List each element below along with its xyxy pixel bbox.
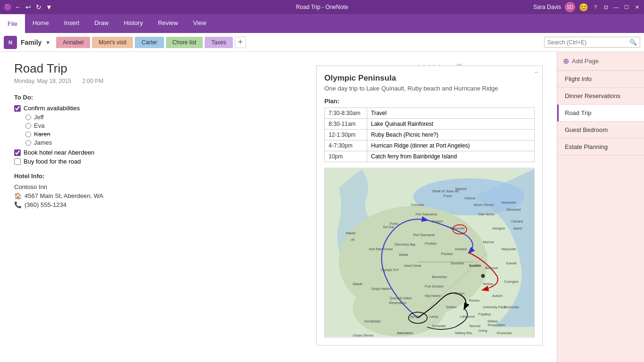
todo-food-label: Buy food for the road	[24, 158, 81, 165]
minimize-button[interactable]: —	[613, 4, 619, 10]
person-karen: Karen	[25, 131, 312, 138]
svg-text:Shoreline: Shoreline	[450, 262, 464, 265]
add-page-label: Add Page	[572, 58, 599, 65]
svg-text:Reservation: Reservation	[487, 323, 505, 327]
search-box: 🔍	[544, 37, 640, 48]
more-icon[interactable]: ▼	[45, 3, 53, 11]
window-title: Road Trip - OneNote	[296, 4, 348, 10]
content-area: ✏ Road Trip Monday, May 18, 2015 2:00 PM…	[0, 52, 557, 362]
svg-text:Stanwood: Stanwood	[506, 208, 521, 211]
svg-text:Sequim: Sequim	[432, 220, 443, 223]
page-time-text: 2:00 PM	[83, 78, 104, 84]
notebook-bar: N Family ▼ Annabel Mom's visit Carter Ch…	[0, 33, 644, 52]
undo-icon[interactable]: ↩	[25, 3, 32, 11]
resize-handle[interactable]: ↔	[534, 69, 539, 75]
svg-text:Bellevue: Bellevue	[485, 266, 498, 270]
svg-text:University Place: University Place	[483, 305, 506, 309]
svg-text:Quinault Indian: Quinault Indian	[390, 296, 412, 300]
tab-review[interactable]: Review	[150, 14, 186, 33]
activity-cell: Travel	[367, 108, 535, 119]
activity-cell: Lake Quinault Rainforest	[367, 119, 535, 130]
svg-text:Fuca: Fuca	[444, 194, 452, 198]
add-page-icon: ⊕	[563, 57, 569, 66]
svg-text:Seattle: Seattle	[469, 263, 481, 268]
search-icon[interactable]: 🔍	[629, 39, 637, 46]
help-button[interactable]: ?	[592, 4, 599, 10]
tab-insert[interactable]: Insert	[57, 14, 87, 33]
tab-momsvisit[interactable]: Mom's visit	[92, 37, 133, 48]
emoji-icon: 😊	[579, 3, 588, 12]
svg-text:Makah: Makah	[346, 231, 355, 235]
tab-home[interactable]: Home	[25, 14, 57, 33]
hotel-address-row: 🏠 4567 Main St, Aberdeen, WA	[14, 192, 312, 199]
svg-text:Covington: Covington	[504, 280, 519, 284]
redo-icon[interactable]: ↻	[35, 3, 42, 11]
user-name: Sara Davis	[533, 4, 561, 10]
onenote-icon: 🟣	[4, 3, 11, 11]
tab-history[interactable]: History	[116, 14, 150, 33]
todo-book: Book hotel near Aberdeen	[14, 149, 312, 156]
tab-annabel[interactable]: Annabel	[56, 37, 90, 48]
svg-text:Camano: Camano	[511, 220, 523, 223]
svg-text:Everett: Everett	[506, 262, 517, 265]
todo-food-checkbox[interactable]	[14, 158, 21, 165]
page-sidebar: ⊕ Add Page Flight Info Dinner Reservatio…	[557, 52, 644, 362]
svg-text:Tumwater: Tumwater	[432, 324, 446, 328]
todo-book-label: Book hotel near Aberdeen	[24, 149, 94, 156]
todo-confirm-checkbox[interactable]	[14, 105, 21, 112]
time-cell: 12-1:30pm	[325, 130, 367, 140]
tab-draw[interactable]: Draw	[87, 14, 116, 33]
radio-eva[interactable]	[25, 123, 31, 129]
svg-text:Grays Harbor: Grays Harbor	[372, 287, 391, 291]
svg-text:Military Res: Military Res	[455, 331, 472, 335]
svg-text:Oak Harbor: Oak Harbor	[479, 213, 495, 216]
tab-carter[interactable]: Carter	[135, 37, 164, 48]
svg-text:Arlington: Arlington	[492, 227, 505, 230]
radio-karen[interactable]	[25, 132, 31, 137]
time-cell: 7:30-8:30am	[325, 108, 367, 119]
svg-text:Monroe: Monroe	[483, 240, 494, 244]
sidebar-item-guest[interactable]: Guest Bedroom	[557, 122, 644, 139]
svg-text:I.R.: I.R.	[350, 238, 355, 241]
person-eva-label: Eva	[34, 122, 44, 129]
add-page-button[interactable]: ⊕ Add Page	[557, 52, 644, 71]
svg-text:Makah: Makah	[353, 282, 363, 286]
activity-cell: Ruby Beach (Picnic here?)	[367, 130, 535, 140]
svg-text:Burien: Burien	[455, 292, 464, 295]
back-icon[interactable]: ←	[14, 3, 22, 11]
search-input[interactable]	[547, 39, 627, 46]
notebook-dropdown-arrow[interactable]: ▼	[45, 40, 50, 45]
radio-james[interactable]	[25, 140, 31, 146]
frame-handle: · · · · ·	[418, 61, 441, 68]
add-tab-button[interactable]: +	[235, 37, 246, 48]
time-cell: 8:30-11am	[325, 119, 367, 130]
todo-book-checkbox[interactable]	[14, 149, 21, 156]
svg-text:Shelton: Shelton	[446, 305, 457, 309]
title-bar: 🟣 ← ↩ ↻ ▼ Road Trip - OneNote Sara Davis…	[0, 0, 644, 14]
close-button[interactable]: ✕	[634, 4, 640, 10]
svg-text:Humptulips: Humptulips	[364, 320, 381, 323]
svg-text:Aberdeen: Aberdeen	[397, 331, 413, 335]
maximize-button[interactable]: ☐	[623, 4, 630, 10]
svg-point-3	[353, 280, 446, 336]
sidebar-item-roadtrip[interactable]: Road Trip	[557, 105, 644, 122]
sidebar-item-estate[interactable]: Estate Planning	[557, 139, 644, 156]
settings-button[interactable]: ⊡	[603, 4, 609, 10]
map-svg: Strait of Juan de Fuca Oak Harbor Arling…	[325, 168, 534, 337]
svg-text:Port Townsend: Port Townsend	[415, 213, 437, 216]
sidebar-item-dinner[interactable]: Dinner Reservations	[557, 88, 644, 105]
sidebar-item-flight[interactable]: Flight Info	[557, 71, 644, 88]
tab-view[interactable]: View	[186, 14, 214, 33]
svg-text:Lakewood: Lakewood	[460, 315, 475, 318]
svg-text:Renton: Renton	[469, 299, 479, 302]
activity-cell: Hurrican Ridge (dinner at Port Angeles)	[367, 140, 535, 151]
svg-text:Anacortes: Anacortes	[502, 201, 517, 204]
radio-jeff[interactable]	[25, 115, 31, 120]
tab-taxes[interactable]: Taxes	[205, 37, 232, 48]
tab-file[interactable]: File	[0, 14, 25, 33]
tab-chorelist[interactable]: Chore list	[166, 37, 203, 48]
svg-text:Olympia: Olympia	[409, 315, 421, 319]
svg-text:Marysville: Marysville	[502, 247, 516, 251]
notebook-name[interactable]: Family	[21, 39, 41, 46]
person-james-label: James	[34, 139, 52, 146]
